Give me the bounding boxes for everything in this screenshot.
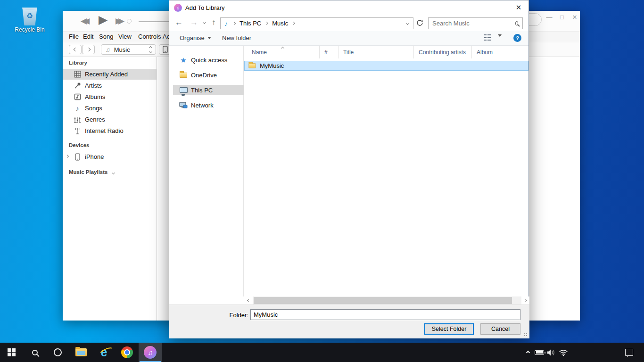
chrome-button[interactable] [116,343,139,362]
fast-forward-icon[interactable]: ▶▶ [116,16,121,26]
dialog-close-button[interactable]: ✕ [513,3,524,12]
media-kind-selector[interactable]: ♫ Music [101,44,156,55]
play-icon[interactable]: ▶ [99,13,107,26]
start-button[interactable] [0,343,23,362]
chevron-up-icon [526,350,530,354]
itunes-taskbar-button[interactable]: ♫ [139,343,162,362]
windows-logo-icon [8,348,16,357]
back-button[interactable]: ← [175,18,183,27]
internet-explorer-button[interactable]: e [92,343,116,362]
new-folder-button[interactable]: New folder [222,34,251,41]
scrollbar-thumb[interactable] [254,297,512,304]
sidebar-item-iphone[interactable]: iPhone [63,151,157,162]
folder-name-input[interactable] [250,309,520,320]
file-list: Name # Title Contributing artists Album … [244,46,529,296]
breadcrumb-this-pc[interactable]: This PC [239,20,261,27]
rewind-icon[interactable]: ◀◀ [81,16,86,26]
selector-chevrons-icon [149,47,152,53]
quick-access-star-icon: ★ [179,57,188,64]
volume-slider-track[interactable] [139,21,169,22]
column-contributing-artists[interactable]: Contributing artists [414,46,472,58]
tray-show-hidden-icons[interactable] [522,343,534,362]
breadcrumb-chevron-icon[interactable] [292,22,295,25]
breadcrumb-music[interactable]: Music [272,20,288,27]
resize-grip[interactable] [524,333,528,337]
place-network[interactable]: Network [169,100,244,110]
album-icon [73,93,82,100]
search-input[interactable] [429,20,515,27]
organise-button[interactable]: Organise [180,34,211,41]
dropdown-arrow-icon [498,34,502,37]
action-center-button[interactable] [622,343,636,362]
sidebar-item-genres[interactable]: Genres [63,114,157,125]
taskbar-search-button[interactable] [23,343,46,362]
menu-view[interactable]: View [118,33,132,40]
itunes-back-button[interactable] [69,45,82,54]
itunes-forward-button[interactable] [82,45,95,54]
scroll-left-arrow-icon[interactable] [245,296,253,304]
column-number[interactable]: # [320,46,339,58]
help-icon: ? [513,34,521,42]
chrome-icon [121,346,133,358]
forward-button[interactable]: → [190,18,198,27]
recycle-bin[interactable]: ♻ Recycle Bin [12,5,47,33]
cortana-circle-icon [54,348,62,356]
chevron-down-icon [112,171,115,174]
breadcrumb-chevron-icon[interactable] [265,22,268,25]
search-box[interactable] [428,17,523,29]
column-name[interactable]: Name [244,46,320,58]
file-row-mymusic[interactable]: MyMusic [244,61,528,71]
file-explorer-button[interactable] [69,343,92,362]
dialog-toolbar: Organise New folder ? [169,31,528,46]
sidebar-item-internet-radio[interactable]: Internet Radio [63,125,157,136]
places-pane: ★ Quick access OneDrive This PC Network [169,46,244,296]
search-icon[interactable] [515,21,518,25]
music-note-icon: ♫ [106,46,110,53]
select-folder-button[interactable]: Select Folder [424,323,474,335]
wifi-icon [559,349,568,356]
column-album[interactable]: Album [472,46,529,58]
cortana-button[interactable] [46,343,69,362]
breadcrumb-chevron-icon[interactable] [232,22,236,25]
address-bar[interactable]: ♪ This PC Music [220,17,413,29]
itunes-minimize-button[interactable]: — [545,14,554,21]
dialog-footer: Folder: Select Folder Cancel [169,304,529,338]
recycle-bin-icon: ♻ [22,8,38,25]
place-onedrive[interactable]: OneDrive [169,70,244,80]
sidebar-item-artists[interactable]: Artists [63,80,157,91]
sidebar-item-recently-added[interactable]: Recently Added [63,69,157,80]
view-options-button[interactable] [484,34,491,41]
sidebar-item-songs[interactable]: ♪ Songs [63,103,157,114]
cancel-button[interactable]: Cancel [480,323,520,335]
recent-locations-chevron-icon[interactable] [203,21,206,24]
help-button[interactable]: ? [513,34,521,42]
place-this-pc[interactable]: This PC [173,85,244,95]
tray-network[interactable] [557,343,570,362]
menu-file[interactable]: File [69,33,79,40]
column-title[interactable]: Title [339,46,414,58]
sidebar-item-albums[interactable]: Albums [63,91,157,102]
menu-controls[interactable]: Controls [138,33,161,40]
itunes-maximize-button[interactable]: □ [557,14,567,21]
address-dropdown-chevron-icon[interactable] [406,22,409,25]
refresh-button[interactable] [416,19,423,28]
dialog-title: Add To Library [185,4,225,11]
tray-volume[interactable] [545,343,557,362]
up-button[interactable]: ↑ [212,18,216,27]
file-name: MyMusic [260,62,284,69]
tray-battery[interactable] [533,343,546,362]
itunes-close-button[interactable]: ✕ [570,14,579,21]
desktop: ♻ Recycle Bin ◀◀ ▶ ▶▶ — □ ✕ File Edit So… [0,0,644,362]
volume-slider-thumb[interactable] [127,19,132,24]
onedrive-folder-icon [179,73,188,78]
view-options-dropdown[interactable] [498,34,502,37]
menu-edit[interactable]: Edit [83,33,93,40]
battery-icon [535,350,544,355]
horizontal-scrollbar[interactable] [169,296,529,304]
place-quick-access[interactable]: ★ Quick access [169,55,244,65]
scroll-right-arrow-icon[interactable] [521,296,529,304]
music-playlists-header[interactable]: Music Playlists [69,169,115,175]
expander-chevron-icon[interactable] [66,155,69,158]
menu-song[interactable]: Song [99,33,113,40]
details-view-icon [484,34,491,41]
